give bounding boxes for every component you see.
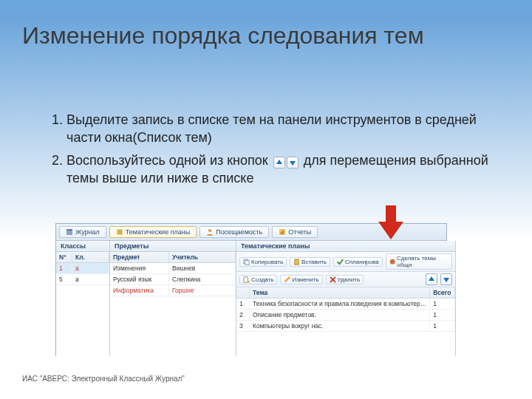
pane-themes-title: Тематические планы (236, 241, 455, 252)
move-down-icon (287, 157, 299, 168)
move-up-icon (273, 157, 285, 168)
cell: 1 (56, 263, 72, 273)
tab-journal[interactable]: Журнал (59, 226, 106, 238)
steps-list: Выделите запись в списке тем на панели и… (44, 111, 495, 187)
cell: 1 (430, 310, 455, 320)
slide-body: Выделите запись в списке тем на панели и… (44, 111, 495, 191)
pane-themes: Тематические планы Копировать Вставить С… (236, 241, 456, 356)
btn-label: Изменить (292, 276, 318, 283)
svg-rect-6 (283, 231, 284, 234)
themes-toolbar-1: Копировать Вставить Спланирова Сделать т… (236, 252, 455, 272)
cell: 1 (236, 299, 250, 309)
move-down-button[interactable] (440, 273, 452, 285)
tab-reports[interactable]: Отчеты (272, 226, 318, 238)
planned-button[interactable]: Спланирова (333, 257, 383, 267)
cell: 1 (430, 299, 455, 309)
subjects-grid: Предмет Учитель Изменения Вишнев Русский… (110, 252, 236, 356)
cell: 2 (236, 310, 250, 320)
book-icon (66, 228, 73, 236)
cell: Информатика (110, 285, 169, 296)
cell: 5 (56, 274, 72, 284)
tab-label: Журнал (75, 228, 100, 236)
btn-label: Сделать темы общи (397, 255, 449, 268)
cell: Техника безопасности и правила поведения… (250, 299, 430, 309)
themes-grid: Тема Всего 1 Техника безопасности и прав… (236, 287, 455, 356)
svg-point-10 (389, 259, 395, 264)
move-up-button[interactable] (426, 273, 437, 285)
paste-button[interactable]: Вставить (290, 257, 330, 267)
cell: Горшне (169, 285, 236, 296)
pane-subjects-title: Предметы (110, 241, 236, 252)
themes-toolbar-2: Создать Изменить Удалить (236, 272, 455, 287)
table-row[interactable]: 1 а (56, 263, 109, 274)
tab-label: Отчеты (288, 228, 311, 236)
svg-rect-1 (66, 229, 72, 231)
table-row[interactable]: Изменения Вишнев (110, 263, 236, 274)
step-2: Воспользуйтесь одной из кнопок для перем… (66, 151, 495, 188)
edit-button[interactable]: Изменить (280, 275, 322, 284)
pane-subjects: Предметы Предмет Учитель Изменения Вишне… (110, 241, 236, 356)
btn-label: Удалить (338, 276, 361, 283)
col-subject: Предмет (110, 252, 169, 262)
table-row[interactable]: 2 Описание предметов. 1 (236, 310, 455, 321)
footer-text: ИАС "АВЕРС: Электронный Классный Журнал" (22, 375, 185, 383)
table-row[interactable]: 3 Компьютеры вокруг нас. 1 (236, 321, 455, 332)
classes-grid: N° Кл. 1 а 5 а (56, 252, 109, 356)
tab-attendance[interactable]: Посещаемость (200, 226, 269, 238)
report-icon (279, 228, 286, 236)
step-1: Выделите запись в списке тем на панели и… (66, 111, 495, 147)
tab-label: Тематические планы (126, 228, 190, 236)
tab-label: Посещаемость (216, 228, 262, 236)
app-screenshot: Журнал Тематические планы Посещаемость О… (55, 223, 447, 356)
person-icon (206, 228, 214, 236)
make-common-button[interactable]: Сделать темы общи (386, 253, 453, 270)
step-2-pre: Воспользуйтесь одной из кнопок (66, 153, 268, 168)
btn-label: Вставить (301, 259, 327, 265)
btn-label: Копировать (251, 259, 283, 265)
svg-rect-5 (281, 232, 282, 234)
table-row[interactable]: Информатика Горшне (110, 285, 236, 296)
btn-label: Создать (251, 276, 273, 283)
list-icon (116, 228, 123, 236)
cell: а (72, 263, 109, 273)
btn-label: Спланирова (345, 259, 379, 265)
copy-button[interactable]: Копировать (239, 257, 287, 267)
callout-arrow-icon (378, 205, 403, 239)
inline-move-buttons (273, 157, 299, 168)
slide-title: Изменение порядка следования тем (22, 22, 517, 50)
col-topic: Тема (250, 287, 430, 298)
table-row[interactable]: 1 Техника безопасности и правила поведен… (236, 299, 455, 310)
check-icon (337, 259, 344, 265)
cell: а (72, 274, 109, 284)
share-icon (389, 259, 395, 265)
svg-rect-8 (245, 260, 249, 264)
new-icon (243, 276, 250, 283)
cell: Компьютеры вокруг нас. (250, 321, 430, 331)
new-button[interactable]: Создать (239, 275, 277, 284)
cell: Вишнев (169, 263, 236, 273)
pane-classes: Классы N° Кл. 1 а 5 а (56, 241, 110, 356)
col-n: N° (56, 252, 72, 262)
delete-button[interactable]: Удалить (326, 275, 364, 284)
cell: Изменения (110, 263, 169, 273)
col-total: Всего (430, 287, 455, 298)
delete-icon (330, 276, 336, 283)
col-teacher: Учитель (169, 252, 236, 262)
svg-point-12 (247, 280, 250, 283)
col-n (236, 287, 250, 298)
col-class: Кл. (72, 252, 109, 262)
edit-icon (284, 276, 290, 283)
svg-rect-4 (279, 229, 285, 235)
cell: 3 (236, 321, 250, 331)
cell: Описание предметов. (250, 310, 430, 320)
table-row[interactable]: 5 а (56, 274, 109, 285)
pane-classes-title: Классы (56, 241, 109, 252)
svg-point-3 (208, 229, 211, 232)
cell: 1 (430, 321, 455, 331)
cell: Русский язык (110, 274, 169, 284)
svg-rect-9 (295, 259, 299, 264)
tab-plans[interactable]: Тематические планы (109, 226, 197, 238)
paste-icon (293, 259, 300, 265)
cell: Слепкина (169, 274, 236, 284)
table-row[interactable]: Русский язык Слепкина (110, 274, 236, 285)
